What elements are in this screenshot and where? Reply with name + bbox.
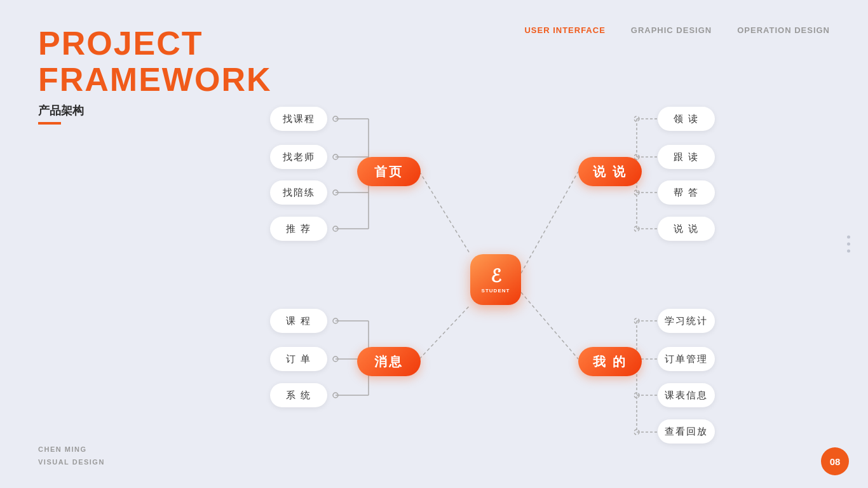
nav-user-interface[interactable]: USER INTERFACE	[524, 25, 605, 35]
node-kebiaoxinxi[interactable]: 课表信息	[658, 383, 715, 407]
node-wode[interactable]: 我 的	[578, 347, 642, 376]
title-line2: FRAMEWORK	[38, 62, 272, 98]
node-chakanhui[interactable]: 查看回放	[658, 419, 715, 444]
header-nav: USER INTERFACE GRAPHIC DESIGN OPERATION …	[524, 25, 830, 35]
svg-point-2	[333, 190, 338, 195]
svg-point-32	[634, 318, 639, 323]
footer-line2: VISUAL DESIGN	[38, 456, 105, 469]
footer-line1: CHEN MING	[38, 444, 105, 456]
node-shouye[interactable]: 首页	[357, 157, 421, 186]
diagram: 找课程 找老师 找陪练 推 荐 首页 课 程 订 单 系 统 消息 ℰ STUD…	[241, 95, 851, 464]
svg-point-0	[333, 116, 338, 121]
node-gendu[interactable]: 跟 读	[658, 145, 715, 169]
app-icon[interactable]: ℰ STUDENT	[470, 254, 521, 305]
svg-point-12	[333, 393, 338, 398]
connection-lines	[241, 95, 851, 464]
svg-line-21	[521, 292, 578, 359]
node-xitong[interactable]: 系 统	[270, 383, 327, 407]
svg-line-20	[521, 172, 578, 273]
title-subtitle: 产品架构	[38, 103, 272, 118]
svg-point-22	[634, 116, 639, 121]
node-dingdan[interactable]: 订 单	[270, 347, 327, 371]
node-kecheng[interactable]: 课 程	[270, 309, 327, 333]
app-icon-symbol: ℰ	[491, 266, 501, 287]
node-xiaoxi[interactable]: 消息	[357, 347, 421, 376]
svg-line-18	[419, 172, 470, 254]
node-bangda[interactable]: 帮 答	[658, 180, 715, 205]
node-zhaolaoshi[interactable]: 找老师	[270, 145, 327, 169]
node-zhaokecheng[interactable]: 找课程	[270, 107, 327, 131]
title-underline	[38, 122, 61, 125]
svg-point-11	[333, 356, 338, 362]
nav-operation-design[interactable]: OPERATION DESIGN	[737, 25, 830, 35]
svg-point-1	[333, 154, 338, 159]
svg-point-25	[634, 226, 639, 231]
node-xuexitongji[interactable]: 学习统计	[658, 309, 715, 333]
node-dingdanguanli[interactable]: 订单管理	[658, 347, 715, 371]
nav-graphic-design[interactable]: GRAPHIC DESIGN	[631, 25, 712, 35]
svg-point-34	[634, 393, 639, 398]
node-tuijian[interactable]: 推 荐	[270, 217, 327, 241]
svg-point-10	[333, 318, 338, 323]
node-shuo[interactable]: 说 说	[578, 157, 642, 186]
node-lingdu[interactable]: 领 读	[658, 107, 715, 131]
page-number: 08	[821, 447, 849, 475]
app-icon-label: STUDENT	[482, 288, 510, 294]
footer: CHEN MING VISUAL DESIGN	[38, 444, 105, 469]
svg-line-19	[419, 305, 470, 359]
svg-point-24	[634, 190, 639, 195]
svg-point-35	[634, 430, 639, 435]
node-shuoshuo[interactable]: 说 说	[658, 217, 715, 241]
node-zhaolianxi[interactable]: 找陪练	[270, 180, 327, 205]
svg-point-3	[333, 226, 338, 231]
title-block: PROJECT FRAMEWORK 产品架构	[38, 25, 272, 125]
title-line1: PROJECT	[38, 25, 272, 62]
